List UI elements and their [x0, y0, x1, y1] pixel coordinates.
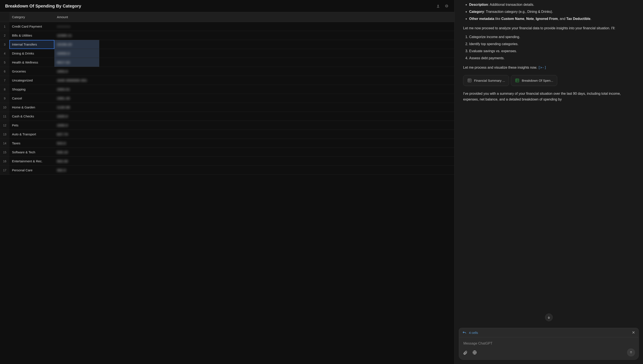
row-category[interactable]: Shopping [10, 85, 54, 94]
panel-header: Breakdown Of Spending By Category [0, 0, 454, 12]
row-category[interactable]: Internal Transfers [10, 40, 54, 49]
col-spacer [99, 12, 454, 22]
row-amount[interactable]: 1645 0000000 001 [54, 76, 99, 85]
reply-context-icon [462, 330, 466, 335]
close-icon[interactable]: ✕ [632, 330, 635, 335]
row-category[interactable]: Uncategorized [10, 76, 54, 85]
row-amount[interactable]: 10156.23 [54, 40, 99, 49]
table-scroll[interactable]: Category Amount 1Credit Card Payment————… [0, 12, 454, 364]
table-row[interactable]: 15Software & Tech539.10 [0, 148, 454, 157]
row-category[interactable]: Cash & Checks [10, 112, 54, 121]
panel-title: Breakdown Of Spending By Category [5, 4, 81, 8]
table-row[interactable]: 1Credit Card Payment———— [0, 22, 454, 31]
row-index: 11 [0, 112, 10, 121]
row-amount[interactable]: 1563.01 [54, 85, 99, 94]
table-row[interactable]: 12Pets1000.0 [0, 121, 454, 130]
context-bar: 4 cells ✕ [459, 328, 639, 337]
row-amount[interactable]: 543.0 [54, 139, 99, 148]
step-item: Assess debt payments. [469, 55, 634, 61]
context-label[interactable]: 4 cells [469, 331, 478, 334]
row-index: 7 [0, 76, 10, 85]
table-row[interactable]: 17Personal Care362.5 [0, 166, 454, 175]
row-amount[interactable]: 1000.0 [54, 121, 99, 130]
table-row[interactable]: 8Shopping1563.01 [0, 85, 454, 94]
row-category[interactable]: Pets [10, 121, 54, 130]
col-amount[interactable]: Amount [54, 12, 99, 22]
table-row[interactable]: 11Cash & Checks1025.0 [0, 112, 454, 121]
row-category[interactable]: Bills & Utilities [10, 31, 54, 40]
row-index: 6 [0, 67, 10, 76]
row-amount[interactable]: 1025.0 [54, 112, 99, 121]
row-category[interactable]: Groceries [10, 67, 54, 76]
row-index: 13 [0, 130, 10, 139]
result-chip[interactable]: Breakdown Of Spen... [511, 75, 557, 86]
table-row[interactable]: 2Bills & Utilities12365.11 [0, 31, 454, 40]
row-category[interactable]: Credit Card Payment [10, 22, 54, 31]
row-index: 3 [0, 40, 10, 49]
row-index: 5 [0, 58, 10, 67]
row-amount[interactable]: 362.5 [54, 166, 99, 175]
row-category[interactable]: Auto & Transport [10, 130, 54, 139]
chat-paragraph: I've provided you with a summary of your… [463, 91, 634, 102]
row-category[interactable]: Personal Care [10, 166, 54, 175]
step-item: Identify top spending categories. [469, 41, 634, 47]
chat-paragraph: Let me now proceed to analyze your finan… [463, 25, 634, 31]
table-row[interactable]: 9Cancel1581.45 [0, 94, 454, 103]
row-amount[interactable]: 539.10 [54, 148, 99, 157]
svg-rect-0 [468, 79, 471, 82]
chat-scroll[interactable]: Description: Additional transaction deta… [454, 0, 643, 325]
row-amount[interactable]: 563.30 [54, 157, 99, 166]
row-amount[interactable]: 1581.45 [54, 94, 99, 103]
spending-table: Category Amount 1Credit Card Payment————… [0, 12, 454, 175]
table-icon [467, 78, 472, 83]
table-row[interactable]: 7Uncategorized1645 0000000 001 [0, 76, 454, 85]
row-amount[interactable]: 1953.0 [54, 67, 99, 76]
row-category[interactable]: Entertainment & Rec. [10, 157, 54, 166]
row-category[interactable]: Health & Wellness [10, 58, 54, 67]
result-chip[interactable]: Financial Summary ... [463, 75, 509, 86]
row-category[interactable]: Software & Tech [10, 148, 54, 157]
row-amount[interactable]: ———— [54, 22, 99, 31]
row-index: 9 [0, 94, 10, 103]
scroll-down-button[interactable] [545, 314, 553, 321]
row-index: 14 [0, 139, 10, 148]
data-panel: Breakdown Of Spending By Category Catego… [0, 0, 454, 364]
meta-bullet: Category: Transaction category (e.g., Di… [469, 9, 634, 14]
row-category[interactable]: Cancel [10, 94, 54, 103]
row-amount[interactable]: 10053.0 [54, 49, 99, 58]
row-index: 2 [0, 31, 10, 40]
attach-icon[interactable] [462, 350, 468, 355]
table-row[interactable]: 10Home & Garden1120.98 [0, 103, 454, 112]
download-icon[interactable] [436, 4, 441, 8]
col-category[interactable]: Category [10, 12, 54, 22]
message-input-box[interactable]: Message ChatGPT [459, 337, 639, 360]
table-row[interactable]: 14Taxes543.0 [0, 139, 454, 148]
chip-label: Financial Summary ... [474, 78, 505, 84]
meta-bullet: Other metadata like Custom Name, Note, I… [469, 16, 634, 22]
table-row[interactable]: 3Internal Transfers10156.23 [0, 40, 454, 49]
row-category[interactable]: Home & Garden [10, 103, 54, 112]
row-index: 8 [0, 85, 10, 94]
table-row[interactable]: 13Auto & Transport637.74 [0, 130, 454, 139]
chat-panel: Description: Additional transaction deta… [454, 0, 643, 364]
code-expand-link[interactable]: [>-] [538, 66, 546, 70]
chat-paragraph: Let me process and visualize these insig… [463, 64, 634, 70]
row-amount[interactable]: 9817.53 [54, 58, 99, 67]
send-button[interactable] [627, 348, 635, 356]
row-index: 15 [0, 148, 10, 157]
message-placeholder: Message ChatGPT [462, 340, 635, 348]
table-row[interactable]: 5Health & Wellness9817.53 [0, 58, 454, 67]
collapse-icon[interactable] [444, 4, 449, 8]
table-row[interactable]: 4Dining & Drinks10053.0 [0, 49, 454, 58]
row-amount[interactable]: 1120.98 [54, 103, 99, 112]
table-row[interactable]: 6Groceries1953.0 [0, 67, 454, 76]
row-index: 4 [0, 49, 10, 58]
row-category[interactable]: Dining & Drinks [10, 49, 54, 58]
row-amount[interactable]: 637.74 [54, 130, 99, 139]
row-amount[interactable]: 12365.11 [54, 31, 99, 40]
globe-icon[interactable] [472, 350, 478, 355]
row-index: 12 [0, 121, 10, 130]
row-category[interactable]: Taxes [10, 139, 54, 148]
table-row[interactable]: 16Entertainment & Rec.563.30 [0, 157, 454, 166]
table-icon [515, 78, 520, 83]
